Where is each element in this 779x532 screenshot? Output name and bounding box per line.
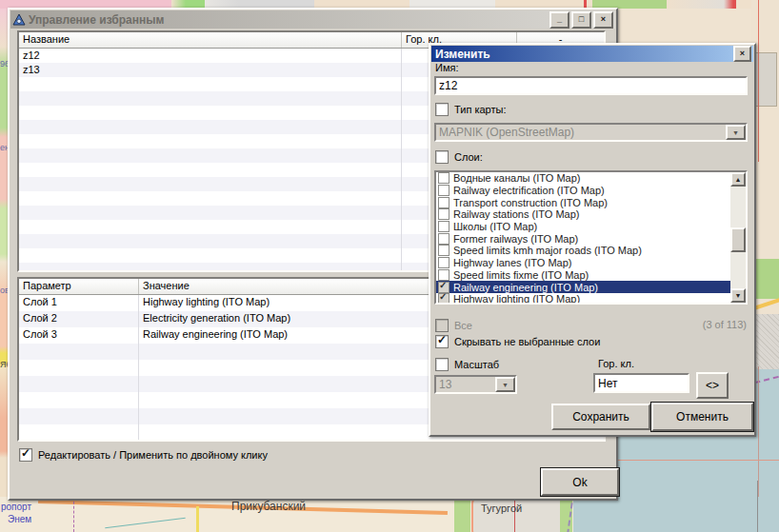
- layer-checkbox[interactable]: [438, 185, 449, 196]
- hide-unselected-label[interactable]: Скрывать не выбранные слои: [454, 336, 600, 347]
- edit-dialog: Изменить × Имя: Тип карты: MAPNIK (OpenS…: [429, 43, 756, 437]
- edit-close-button[interactable]: ×: [733, 46, 751, 62]
- column-header[interactable]: Параметр: [19, 279, 139, 294]
- table-row-empty: [19, 441, 604, 442]
- layer-checkbox[interactable]: [438, 233, 449, 245]
- edit-on-dblclick-checkbox[interactable]: ✓: [19, 448, 32, 462]
- all-layers-label: Все: [454, 320, 472, 331]
- all-layers-row: Все: [435, 319, 472, 332]
- hide-unselected-row: ✓ Скрывать не выбранные слои: [435, 335, 600, 348]
- layer-label: Highway lighting (ITO Map): [453, 293, 580, 303]
- layer-checkbox[interactable]: [438, 197, 449, 208]
- layer-label: Highway lanes (ITO Map): [453, 257, 572, 268]
- layers-listbox[interactable]: Водные каналы (ITO Map)Railway electrifi…: [434, 170, 748, 305]
- hide-unselected-checkbox[interactable]: ✓: [435, 335, 449, 348]
- map-type-label[interactable]: Тип карты:: [454, 104, 506, 115]
- maximize-button[interactable]: □: [571, 11, 591, 29]
- layer-item[interactable]: ✓Railway engineering (ITO Map): [436, 281, 730, 293]
- layer-item[interactable]: Highway lanes (ITO Map): [436, 257, 730, 269]
- map-gray-line: [757, 481, 758, 532]
- scroll-up-icon[interactable]: ▲: [730, 172, 746, 187]
- edit-dialog-titlebar[interactable]: Изменить ×: [431, 46, 753, 62]
- map-type-checkbox[interactable]: [435, 103, 449, 116]
- close-button[interactable]: ×: [593, 11, 613, 29]
- map-water-bottom: [573, 497, 779, 532]
- dialog-title: Управление избранным: [29, 13, 549, 27]
- layer-checkbox[interactable]: [438, 245, 449, 256]
- map-label-airport-2: Энем: [8, 514, 31, 524]
- layers-checkbox[interactable]: [435, 150, 449, 164]
- layer-checkbox[interactable]: [438, 172, 449, 184]
- save-button[interactable]: Сохранить: [551, 404, 650, 430]
- map-yellow-road-bottom: [196, 506, 199, 532]
- layer-label: Школы (ITO Map): [453, 221, 537, 232]
- scroll-down-icon[interactable]: ▼: [730, 288, 746, 303]
- selection-count: (3 of 113): [703, 319, 747, 330]
- layer-item[interactable]: Speed limits kmh major roads (ITO Map): [436, 245, 730, 257]
- layer-label: Водные каналы (ITO Map): [453, 172, 580, 184]
- chevron-down-icon: ▼: [726, 125, 746, 140]
- check-icon: ✓: [439, 280, 447, 290]
- column-header[interactable]: Название: [19, 32, 402, 48]
- layer-item[interactable]: Railway electrification (ITO Map): [436, 185, 730, 197]
- hotkey-input[interactable]: [593, 373, 689, 393]
- check-icon: ✓: [437, 333, 447, 346]
- map-grid-line-h: [614, 460, 779, 461]
- layer-item[interactable]: Школы (ITO Map): [436, 221, 730, 233]
- layer-label: Railway electrification (ITO Map): [453, 185, 605, 196]
- layer-item[interactable]: Transport construction (ITO Map): [436, 196, 730, 208]
- ok-button[interactable]: Ok: [541, 468, 619, 496]
- map-admin-dashed: [73, 497, 74, 532]
- layer-label: Railway engineering (ITO Map): [453, 282, 598, 293]
- layer-checkbox[interactable]: [438, 257, 449, 268]
- hotkey-label: Гор. кл.: [598, 358, 634, 369]
- scale-checkbox[interactable]: [435, 358, 449, 371]
- map-type-row: Тип карты:: [435, 103, 506, 116]
- cancel-button[interactable]: Отменить: [651, 403, 753, 431]
- chevron-down-icon: ▼: [495, 377, 515, 392]
- scale-combobox: 13 ▼: [434, 375, 517, 394]
- check-icon: ✓: [21, 446, 30, 460]
- map-road-line-v: [758, 0, 759, 162]
- scale-row: Масштаб: [435, 358, 499, 371]
- map-type-value: MAPNIK (OpenStreetMap): [439, 126, 728, 139]
- scale-label[interactable]: Масштаб: [454, 359, 499, 370]
- map-type-combobox: MAPNIK (OpenStreetMap) ▼: [434, 123, 748, 142]
- layer-item[interactable]: Former railways (ITO Map): [436, 232, 730, 245]
- layers-list: Водные каналы (ITO Map)Railway electrifi…: [436, 172, 730, 303]
- layer-label: Speed limits fixme (ITO Map): [453, 269, 589, 281]
- layer-label: Railway stations (ITO Map): [453, 208, 579, 220]
- map-label-settlement2: Тугургой: [481, 502, 522, 514]
- scale-value: 13: [439, 378, 497, 391]
- edit-dialog-title: Изменить: [435, 48, 733, 61]
- layers-label[interactable]: Слои:: [454, 151, 483, 163]
- edit-on-dblclick-label[interactable]: Редактировать / Применить по двойному кл…: [38, 449, 268, 461]
- name-input[interactable]: [434, 76, 748, 95]
- desktop: Прикубанский Тугургой ропорт Энем 96 ен …: [0, 0, 779, 532]
- map-label-settlement1: Прикубанский: [231, 500, 306, 513]
- edit-on-dblclick-row: ✓ Редактировать / Применить по двойному …: [19, 448, 268, 462]
- name-label: Имя:: [435, 62, 458, 73]
- layer-item[interactable]: Водные каналы (ITO Map): [436, 172, 730, 185]
- map-green-strip-1: [454, 497, 470, 532]
- hotkey-assign-button[interactable]: <>: [696, 372, 729, 399]
- map-label-airport-1: ропорт: [1, 502, 31, 512]
- layers-scrollbar[interactable]: ▲ ▼: [730, 172, 746, 303]
- layer-item[interactable]: Railway stations (ITO Map): [436, 208, 730, 221]
- layer-label: Speed limits kmh major roads (ITO Map): [453, 245, 642, 256]
- scrollbar-thumb[interactable]: [730, 227, 746, 252]
- layer-checkbox[interactable]: ✓: [438, 293, 449, 303]
- layer-label: Transport construction (ITO Map): [453, 197, 608, 208]
- manage-favorites-titlebar[interactable]: Управление избранным _ □ ×: [10, 10, 615, 29]
- minimize-button[interactable]: _: [549, 11, 569, 29]
- layer-checkbox[interactable]: [438, 208, 449, 220]
- layer-item[interactable]: ✓Highway lighting (ITO Map): [436, 293, 730, 303]
- layer-label: Former railways (ITO Map): [453, 233, 578, 245]
- layers-row: Слои:: [435, 150, 483, 164]
- layer-item[interactable]: Speed limits fixme (ITO Map): [436, 269, 730, 282]
- app-icon: [12, 13, 26, 27]
- all-layers-checkbox: [435, 319, 449, 332]
- layer-checkbox[interactable]: [438, 221, 449, 232]
- check-icon: ✓: [439, 291, 447, 302]
